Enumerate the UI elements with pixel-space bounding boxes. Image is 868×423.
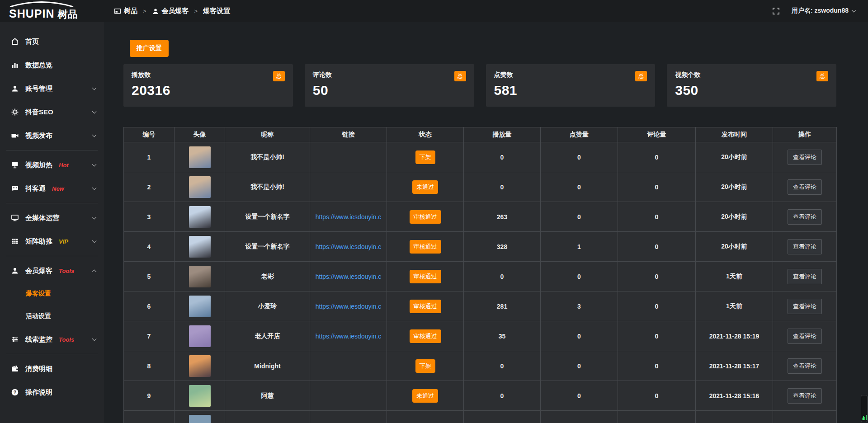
sidebar-item-member-baoke[interactable]: 会员爆客Tools [0, 259, 104, 282]
sidebar-subitem-activity-settings[interactable]: 活动设置 [0, 305, 104, 328]
video-link[interactable]: https://www.iesdouyin.c [316, 273, 382, 280]
view-comments-button[interactable]: 查看评论 [788, 269, 822, 284]
table-header-row: 编号头像昵称链接状态播放量点赞量评论量发布时间操作 [124, 127, 837, 142]
view-comments-button[interactable]: 查看评论 [788, 388, 822, 404]
logo[interactable]: SHUPIN 树品 [0, 0, 104, 22]
row-number [124, 411, 175, 423]
status-badge[interactable]: 下架 [415, 150, 435, 164]
home-icon [11, 38, 19, 46]
grid-icon [11, 237, 19, 245]
sidebar-item-video-heat[interactable]: 视频加热Hot [0, 153, 104, 177]
plays-count: 281 [464, 291, 541, 321]
row-number: 1 [124, 142, 175, 172]
video-link[interactable]: https://www.iesdouyin.c [316, 303, 382, 310]
status-cell: 审核通过 [387, 202, 464, 232]
status-badge[interactable]: 审核通过 [410, 270, 441, 283]
sidebar-item-operation-guide[interactable]: ?操作说明 [0, 381, 104, 404]
status-cell: 审核通过 [387, 232, 464, 262]
fullscreen-icon[interactable] [772, 7, 780, 15]
view-comments-button[interactable]: 查看评论 [788, 329, 822, 344]
status-badge[interactable]: 未通过 [412, 389, 438, 403]
avatar [189, 206, 211, 228]
breadcrumb-separator: > [194, 8, 198, 14]
plays-count: 0 [464, 381, 541, 411]
row-number: 2 [124, 172, 175, 202]
status-badge[interactable]: 下架 [415, 359, 435, 373]
total-badge: 总 [273, 71, 285, 81]
link-cell: https://www.iesdouyin.c [310, 232, 387, 262]
sidebar-item-douyin-seo[interactable]: 抖音SEO [0, 100, 104, 124]
sidebar-item-media-operation[interactable]: 全媒体运营 [0, 206, 104, 230]
view-comments-button[interactable]: 查看评论 [788, 209, 822, 225]
sidebar-subitem-baoke-settings[interactable]: 爆客设置 [0, 282, 104, 305]
action-cell: 查看评论 [773, 172, 837, 202]
video-link[interactable]: https://www.iesdouyin.c [316, 333, 382, 340]
nickname [225, 411, 310, 423]
sidebar-item-consume-detail[interactable]: 消费明细 [0, 357, 104, 381]
status-badge[interactable]: 审核通过 [410, 329, 441, 343]
action-cell: 查看评论 [773, 321, 837, 351]
sidebar-item-clue-monitor[interactable]: 线索监控Tools [0, 328, 104, 351]
comments-count [618, 411, 696, 423]
sidebar-item-tag: New [52, 185, 64, 192]
sidebar-item-label: 操作说明 [25, 388, 52, 397]
breadcrumb-item-member-baoke[interactable]: 会员爆客 [152, 7, 189, 15]
view-comments-button[interactable]: 查看评论 [788, 358, 822, 374]
table-row: 6小爱玲https://www.iesdouyin.c审核通过281301天前查… [124, 291, 837, 321]
row-number: 6 [124, 291, 175, 321]
avatar [189, 146, 211, 168]
table-header-7: 评论量 [618, 127, 696, 142]
breadcrumb: 树品 > 会员爆客 > 爆客设置 [114, 7, 230, 15]
sidebar-divider [6, 354, 98, 354]
view-comments-button[interactable]: 查看评论 [788, 299, 822, 314]
plays-count: 263 [464, 202, 541, 232]
sidebar-item-account-manage[interactable]: 账号管理 [0, 77, 104, 100]
nickname: 设置一个新名字 [225, 232, 310, 262]
status-badge[interactable]: 审核通过 [410, 240, 441, 254]
video-link[interactable]: https://www.iesdouyin.c [316, 213, 382, 221]
chevron-down-icon [92, 239, 97, 243]
status-badge[interactable]: 审核通过 [410, 300, 441, 313]
row-number: 5 [124, 262, 175, 291]
sidebar-item-tag: Hot [59, 162, 69, 169]
sidebar-item-label: 矩阵助推 [25, 237, 52, 246]
table-body: 1我不是小帅!下架00020小时前查看评论2我不是小帅!未通过00020小时前查… [124, 142, 837, 423]
table-header-1: 头像 [175, 127, 225, 142]
action-cell: 查看评论 [773, 232, 837, 262]
sidebar-item-douketong[interactable]: 抖客通New [0, 177, 104, 200]
status-badge[interactable]: 未通过 [412, 180, 438, 194]
total-badge: 总 [454, 71, 466, 81]
video-link[interactable]: https://www.iesdouyin.c [316, 243, 382, 250]
breadcrumb-item-shupin[interactable]: 树品 [114, 7, 137, 15]
table-row: 8Midnight下架0002021-11-28 15:17查看评论 [124, 351, 837, 381]
view-comments-button[interactable]: 查看评论 [788, 179, 822, 195]
promote-settings-button[interactable]: 推广设置 [130, 40, 169, 57]
publish-time: 1天前 [696, 262, 773, 291]
sidebar-item-matrix-boost[interactable]: 矩阵助推VIP [0, 230, 104, 253]
status-badge[interactable]: 审核通过 [410, 210, 441, 224]
view-comments-button[interactable]: 查看评论 [788, 150, 822, 165]
row-number: 3 [124, 202, 175, 232]
table-row: 1我不是小帅!下架00020小时前查看评论 [124, 142, 837, 172]
table-header-8: 发布时间 [696, 127, 773, 142]
avatar-cell [175, 411, 225, 423]
comments-count: 0 [618, 351, 696, 381]
nickname: 设置一个新名字 [225, 202, 310, 232]
sidebar-item-video-publish[interactable]: 视频发布 [0, 124, 104, 147]
likes-count: 1 [541, 232, 618, 262]
likes-count: 0 [541, 381, 618, 411]
avatar-cell [175, 232, 225, 262]
user-menu[interactable]: 用户名: zswodun88 [792, 7, 855, 15]
view-comments-button[interactable]: 查看评论 [788, 239, 822, 254]
sidebar-item-home[interactable]: 首页 [0, 30, 104, 53]
floating-widget[interactable] [861, 395, 868, 422]
gear-icon [11, 108, 19, 116]
stat-label: 播放数 [132, 71, 151, 79]
screen-icon [11, 161, 19, 169]
likes-count: 0 [541, 172, 618, 202]
action-cell: 查看评论 [773, 381, 837, 411]
stat-value: 20316 [132, 83, 285, 98]
logo-text-en: SHUPIN [9, 8, 54, 19]
sidebar-item-data-overview[interactable]: 数据总览 [0, 53, 104, 77]
svg-text:?: ? [14, 390, 16, 395]
